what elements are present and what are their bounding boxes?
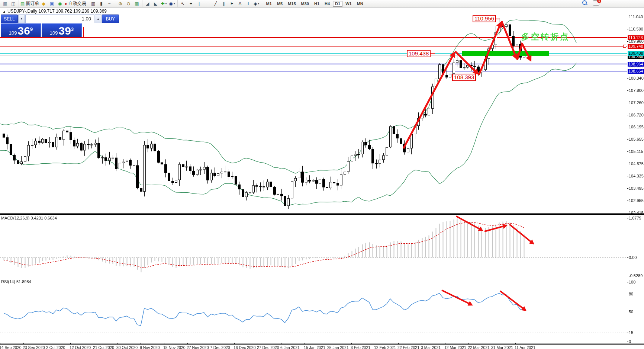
volume-decrease-button[interactable]: ▼	[18, 15, 25, 23]
macd-indicator-label: MACD(12,26,9) 0.4231 0.6634	[1, 216, 57, 220]
search-icon[interactable]	[582, 0, 587, 6]
bull-bear-pivot-note[interactable]: 多空转折点	[521, 31, 570, 42]
rsi-arrow[interactable]	[500, 291, 523, 308]
indicator-window-icon: ◢	[146, 1, 149, 6]
zoom-in-icon: ⊕	[119, 1, 122, 6]
signals-button[interactable]: ◉	[56, 0, 64, 7]
candlestick-mode-button[interactable]: ▮	[98, 0, 105, 7]
timeframe-button-m15[interactable]: M15	[286, 1, 298, 7]
channel-icon: ∥	[223, 1, 225, 6]
buy-price-panel[interactable]: 109393	[42, 23, 82, 37]
swing-low-label[interactable]: 108.393	[452, 74, 476, 81]
macd-arrow[interactable]	[484, 226, 504, 231]
chat-icon[interactable]: 1	[593, 0, 599, 6]
new-chart-button[interactable]: ▦	[1, 0, 9, 7]
toolbar-group: ↖+|─╱∥FAT◈▾	[177, 0, 262, 7]
crosshair-button[interactable]: +	[187, 0, 195, 7]
upload-button[interactable]: ▣	[48, 0, 55, 7]
pane-separator-line[interactable]	[0, 213, 644, 214]
timeframe-button-m5[interactable]: M5	[275, 1, 285, 7]
dropdown-caret-icon[interactable]: ▾	[174, 2, 175, 5]
macd-arrow-head	[502, 224, 508, 229]
new-order-button[interactable]: ▤新订单	[20, 0, 39, 7]
channel-button[interactable]: ∥	[220, 0, 228, 7]
timeframe-button-d1[interactable]: D1	[333, 1, 342, 7]
vertical-line-icon: |	[199, 1, 200, 6]
symbol-ohlc-text: USDJPY-,Daily 109.717 109.762 109.239 10…	[7, 9, 107, 14]
trend-arrow[interactable]	[517, 43, 522, 60]
fibonacci-icon: F	[231, 1, 233, 6]
vertical-line-button[interactable]: |	[196, 0, 203, 7]
autotrading-button[interactable]: ●自动交易	[64, 0, 86, 7]
indicator-window-button[interactable]: ◢	[144, 0, 151, 7]
collapse-triangle-icon[interactable]: ▲	[3, 10, 6, 13]
period-clock-button[interactable]: ◉▾	[168, 0, 176, 7]
autotrading-label: 自动交易	[68, 0, 86, 7]
zoom-out-button[interactable]: ⊖	[125, 0, 132, 7]
pane-separator-line[interactable]	[0, 278, 644, 278]
trend-arrow[interactable]	[403, 56, 453, 148]
arrows-tool-button[interactable]: ◈▾	[253, 0, 260, 7]
sell-button[interactable]: SELL	[1, 15, 18, 23]
bar-chart-mode-button[interactable]: ▥	[90, 0, 97, 7]
trendline-button[interactable]: ╱	[212, 0, 219, 7]
dropdown-caret-icon[interactable]: ▾	[258, 2, 259, 5]
buy-button[interactable]: BUY	[102, 15, 119, 23]
cursor-button[interactable]: ↖	[179, 0, 187, 7]
trend-arrow[interactable]	[479, 26, 500, 75]
text-button[interactable]: A	[236, 0, 244, 7]
volume-increase-button[interactable]: ▲	[95, 15, 102, 23]
line-chart-mode-icon: ~	[108, 1, 111, 6]
indicator-star-icon: ◣	[154, 1, 157, 6]
label-connector-line	[496, 19, 500, 19]
price-tag-label: 108.654	[628, 69, 644, 74]
timeframe-button-h1[interactable]: H1	[312, 1, 322, 7]
indicator-star-button[interactable]: ◣	[152, 0, 160, 7]
pivot-price-label[interactable]: 109.438	[407, 50, 431, 57]
timeframe-button-h4[interactable]: H4	[322, 1, 332, 7]
signals-icon: ◉	[58, 1, 62, 6]
fibonacci-button[interactable]: F	[228, 0, 236, 7]
sell-price-big: 36	[18, 26, 30, 36]
new-order-icon: ▤	[20, 1, 25, 6]
profiles-button[interactable]: ◫	[10, 0, 17, 7]
sell-price-panel[interactable]: 109369	[1, 23, 41, 37]
new-chart-icon: ▦	[3, 1, 7, 6]
horizontal-line-button[interactable]: ─	[204, 0, 211, 7]
trend-arrow[interactable]	[502, 21, 515, 55]
upload-icon: ▣	[50, 1, 54, 6]
dropdown-caret-icon[interactable]: ▾	[165, 2, 167, 5]
pane-separator-line[interactable]	[0, 214, 644, 215]
one-click-trading-panel: SELL ▼ ▲ BUY 109369 109393	[1, 15, 82, 37]
text-label-button[interactable]: T	[245, 0, 252, 7]
rsi-arrow[interactable]	[442, 290, 469, 304]
timeframe-button-m30[interactable]: M30	[299, 1, 311, 7]
timeframe-button-w1[interactable]: W1	[343, 1, 354, 7]
toolbar: ▦◫▤新订单◆▣◉●自动交易▥▮~⊕⊖▦◢◣✚▾◉▾↖+|─╱∥FAT◈▾ M1…	[0, 0, 644, 7]
tile-windows-button[interactable]: ▦	[133, 0, 141, 7]
timeframe-button-m1[interactable]: M1	[264, 1, 274, 7]
line-chart-mode-button[interactable]: ~	[106, 0, 113, 7]
macd-arrow[interactable]	[456, 216, 480, 229]
swing-high-label[interactable]: 110.956	[473, 15, 496, 22]
trend-arrow[interactable]	[522, 44, 529, 57]
macd-arrow[interactable]	[509, 224, 531, 242]
timeframe-button-mn[interactable]: MN	[355, 1, 366, 7]
pane-separator-line[interactable]	[0, 344, 644, 345]
text-icon: A	[239, 1, 242, 6]
trendline-icon: ╱	[214, 1, 217, 6]
metaeditor-icon: ◆	[42, 1, 45, 6]
metaeditor-button[interactable]: ◆	[40, 0, 47, 7]
trend-arrow[interactable]	[455, 51, 475, 71]
pane-separator-line[interactable]	[0, 277, 644, 277]
hline-drag-handle[interactable]	[623, 45, 626, 48]
rsi-indicator-label: RSI(14) 51.8984	[1, 279, 31, 284]
zoom-in-button[interactable]: ⊕	[117, 0, 124, 7]
toolbar-group: ▤新订单◆▣◉●自动交易	[19, 0, 88, 7]
pane-separator-line[interactable]	[0, 343, 644, 343]
annotation-arrows-layer	[0, 0, 644, 349]
add-indicator-button[interactable]: ✚▾	[160, 0, 168, 7]
volume-input[interactable]	[25, 15, 94, 23]
tile-windows-icon: ▦	[135, 1, 139, 6]
buy-price-handle: 109	[50, 30, 58, 36]
